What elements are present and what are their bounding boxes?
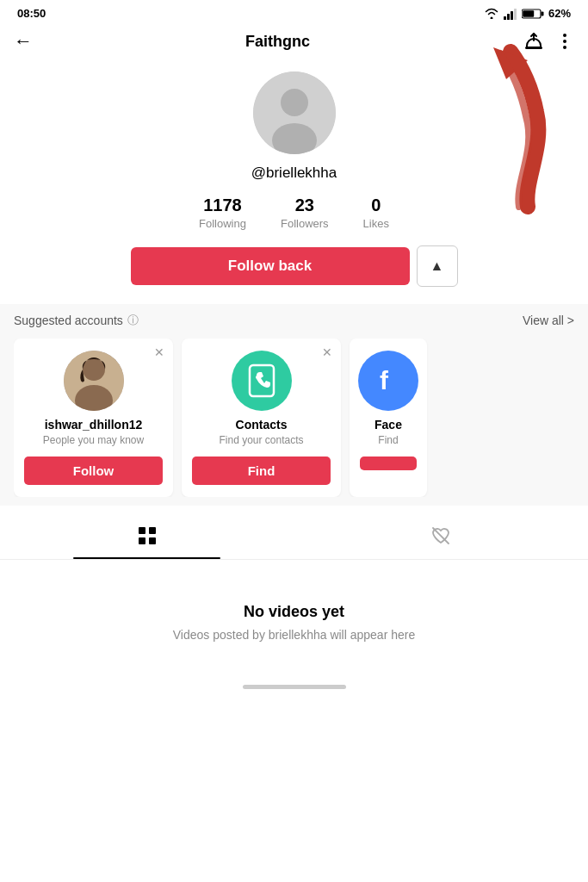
stat-likes[interactable]: 0 Likes — [363, 196, 389, 230]
action-row: Follow back ▲ — [131, 245, 458, 287]
card-desc-contacts: Find your contacts — [219, 434, 303, 446]
card-avatar-face: f — [358, 351, 418, 411]
svg-rect-7 — [525, 47, 542, 49]
share-icon[interactable] — [523, 30, 545, 53]
likes-count: 0 — [371, 196, 381, 215]
no-videos-title: No videos yet — [244, 603, 344, 621]
battery-label: 62% — [548, 7, 571, 20]
more-options-icon[interactable] — [555, 32, 574, 51]
follow-back-button[interactable]: Follow back — [131, 247, 410, 285]
card-desc-ishwar: People you may know — [43, 434, 144, 446]
svg-rect-3 — [514, 9, 517, 20]
close-card-ishwar[interactable]: ✕ — [154, 345, 164, 359]
suggested-account-card-contacts: ✕ Contacts Find your contacts Find — [182, 339, 341, 497]
svg-text:f: f — [380, 366, 389, 394]
svg-rect-1 — [507, 14, 510, 20]
home-indicator — [0, 668, 588, 698]
avatar-silhouette — [253, 71, 336, 154]
svg-rect-23 — [149, 527, 156, 534]
wifi-icon — [484, 8, 499, 19]
liked-icon — [430, 525, 452, 547]
view-all-button[interactable]: View all > — [523, 314, 574, 327]
card-desc-face: Find — [378, 434, 398, 446]
profile-username-header: Faithgnc — [245, 33, 310, 51]
grid-icon — [137, 525, 158, 546]
tabs-row — [0, 512, 588, 560]
following-label: Following — [199, 217, 246, 230]
svg-point-18 — [83, 358, 105, 381]
card-name-ishwar: ishwar_dhillon12 — [45, 418, 143, 432]
accounts-scroll: ✕ ishwar — [14, 339, 574, 497]
svg-point-10 — [563, 40, 566, 43]
card-avatar-contacts — [232, 351, 292, 411]
profile-username: @briellekhha — [251, 165, 337, 182]
header-actions — [523, 30, 574, 53]
status-icons: 62% — [484, 7, 571, 20]
avatar — [253, 71, 336, 154]
no-videos-description: Videos posted by briellekhha will appear… — [173, 628, 415, 642]
battery-icon — [522, 8, 544, 20]
suggested-account-card-face: f Face Find — [350, 339, 427, 497]
status-bar: 08:50 62% — [0, 0, 588, 23]
info-icon: ⓘ — [127, 313, 139, 328]
card-name-face: Face — [374, 418, 402, 432]
tab-videos[interactable] — [0, 512, 294, 559]
svg-rect-0 — [504, 16, 506, 20]
avatar-image-ishwar — [64, 351, 124, 411]
svg-point-15 — [281, 89, 308, 116]
face-button[interactable] — [360, 457, 417, 470]
status-time: 08:50 — [17, 7, 46, 20]
likes-label: Likes — [363, 217, 389, 230]
suggested-account-card-ishwar: ✕ ishwar — [14, 339, 173, 497]
stat-following[interactable]: 1178 Following — [199, 196, 246, 230]
find-contacts-button[interactable]: Find — [192, 457, 331, 485]
svg-point-9 — [563, 34, 566, 37]
suggested-title: Suggested accounts ⓘ — [14, 313, 139, 328]
svg-point-11 — [563, 46, 566, 49]
svg-rect-25 — [149, 537, 156, 544]
contacts-phone-icon — [243, 362, 281, 400]
stats-row: 1178 Following 23 Followers 0 Likes — [199, 196, 389, 230]
svg-rect-22 — [139, 527, 145, 534]
close-card-contacts[interactable]: ✕ — [322, 345, 332, 359]
follow-ishwar-button[interactable]: Follow — [24, 457, 163, 485]
back-button[interactable]: ← — [14, 30, 33, 53]
card-avatar-ishwar — [64, 351, 124, 411]
home-bar — [243, 685, 346, 689]
avatar-image-face: f — [358, 351, 418, 411]
card-name-contacts: Contacts — [236, 418, 288, 432]
avatar-image-contacts — [232, 351, 292, 411]
svg-rect-24 — [139, 537, 145, 544]
svg-rect-5 — [541, 11, 543, 16]
no-videos-section: No videos yet Videos posted by briellekh… — [0, 560, 588, 668]
share-profile-button[interactable]: ▲ — [417, 245, 458, 287]
svg-rect-6 — [523, 10, 534, 17]
followers-label: Followers — [281, 217, 329, 230]
following-count: 1178 — [203, 196, 242, 215]
followers-count: 23 — [295, 196, 314, 215]
suggested-header: Suggested accounts ⓘ View all > — [14, 313, 574, 328]
face-icon: f — [369, 362, 407, 400]
profile-section: @briellekhha 1178 Following 23 Followers… — [0, 63, 588, 304]
suggested-accounts-section: Suggested accounts ⓘ View all > ✕ — [0, 304, 588, 506]
svg-rect-2 — [511, 11, 513, 20]
header: ← Faithgnc — [0, 23, 588, 63]
stat-followers[interactable]: 23 Followers — [281, 196, 329, 230]
signal-icon — [504, 8, 517, 20]
tab-liked[interactable] — [294, 512, 589, 559]
